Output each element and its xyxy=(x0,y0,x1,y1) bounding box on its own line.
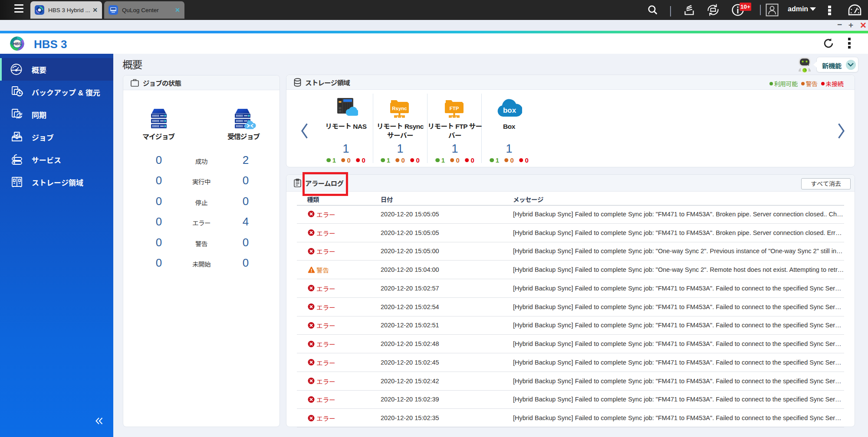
svg-text:FTP: FTP xyxy=(450,106,459,111)
svg-text:HBS: HBS xyxy=(13,42,22,46)
svg-text:box: box xyxy=(503,106,516,114)
svg-text:Rsync: Rsync xyxy=(392,106,407,111)
